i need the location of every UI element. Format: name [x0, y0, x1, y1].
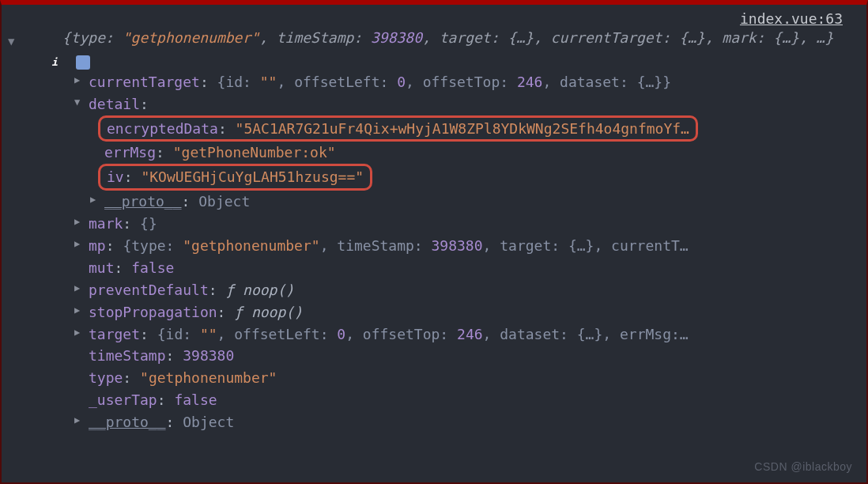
info-icon[interactable]: i — [76, 55, 90, 70]
property-encryptedData[interactable]: ▶ encryptedData: "5AC1AR7G21uFr4Qix+wHyj… — [9, 115, 859, 142]
property-preventDefault[interactable]: ▶ preventDefault: ƒ noop() — [9, 279, 859, 301]
expand-arrow-right-icon[interactable]: ▶ — [74, 281, 85, 296]
property-proto[interactable]: ▶ __proto__: Object — [9, 411, 859, 433]
source-link[interactable]: index.vue:63 — [740, 8, 843, 30]
property-type[interactable]: ▶ type: "getphonenumber" — [9, 367, 859, 389]
expand-arrow-right-icon[interactable]: ▶ — [74, 303, 85, 318]
console-log-object: ▼ {type: "getphonenumber", timeStamp: 39… — [2, 5, 866, 441]
property-detail-proto[interactable]: ▶ __proto__: Object — [9, 191, 859, 213]
object-summary[interactable]: ▼ {type: "getphonenumber", timeStamp: 39… — [9, 27, 859, 71]
expand-arrow-down-icon[interactable]: ▼ — [40, 33, 51, 51]
property-mp[interactable]: ▶ mp: {type: "getphonenumber", timeStamp… — [9, 235, 859, 257]
property-target[interactable]: ▶ target: {id: "", offsetLeft: 0, offset… — [9, 323, 859, 346]
property-userTap[interactable]: ▶ _userTap: false — [9, 389, 859, 411]
highlight-encryptedData: encryptedData: "5AC1AR7G21uFr4Qix+wHyjA1… — [98, 115, 698, 142]
property-stopPropagation[interactable]: ▶ stopPropagation: ƒ noop() — [9, 301, 859, 323]
highlight-iv: iv: "KOwUEGHjCuYgLAH51hzusg==" — [98, 164, 372, 191]
expand-arrow-right-icon[interactable]: ▶ — [74, 236, 85, 251]
property-mut[interactable]: ▶ mut: false — [9, 257, 859, 279]
property-currentTarget[interactable]: ▶ currentTarget: {id: "", offsetLeft: 0,… — [9, 71, 859, 93]
property-timeStamp[interactable]: ▶ timeStamp: 398380 — [9, 345, 859, 367]
expand-arrow-right-icon[interactable]: ▶ — [74, 413, 85, 428]
expand-arrow-right-icon[interactable]: ▶ — [74, 214, 85, 229]
property-detail[interactable]: ▼ detail: — [9, 93, 859, 115]
property-mark[interactable]: ▶ mark: {} — [9, 213, 859, 235]
expand-arrow-right-icon[interactable]: ▶ — [74, 73, 85, 88]
property-errMsg[interactable]: ▶ errMsg: "getPhoneNumber:ok" — [9, 142, 859, 164]
expand-arrow-right-icon[interactable]: ▶ — [74, 325, 85, 340]
expand-arrow-down-icon[interactable]: ▼ — [74, 95, 85, 110]
expand-arrow-right-icon[interactable]: ▶ — [90, 192, 101, 207]
watermark: CSDN @iblackboy — [754, 459, 852, 476]
property-iv[interactable]: ▶ iv: "KOwUEGHjCuYgLAH51hzusg==" — [9, 164, 859, 191]
